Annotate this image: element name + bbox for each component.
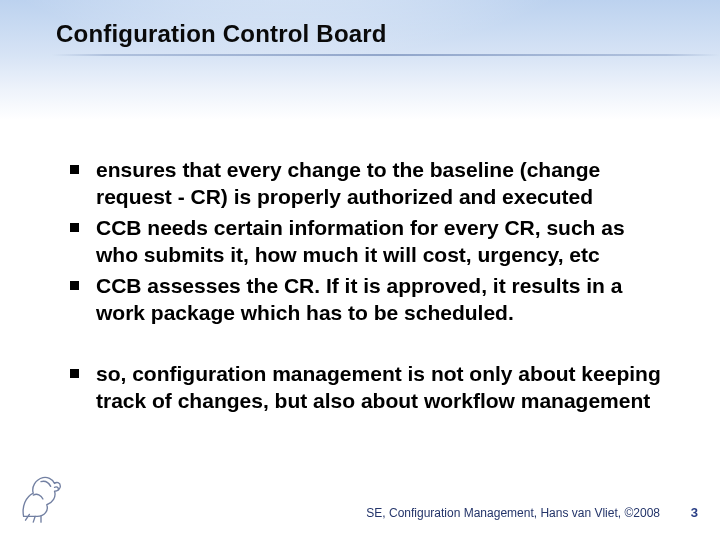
page-number: 3 <box>691 505 698 520</box>
griffin-logo-icon <box>12 468 70 526</box>
spacer <box>64 330 672 360</box>
bullet-list-primary: ensures that every change to the baselin… <box>64 156 672 326</box>
header-underline <box>52 54 720 56</box>
slide-body: ensures that every change to the baselin… <box>64 156 672 418</box>
bullet-list-secondary: so, configuration management is not only… <box>64 360 672 414</box>
list-item: CCB assesses the CR. If it is approved, … <box>64 272 672 326</box>
list-item: so, configuration management is not only… <box>64 360 672 414</box>
footer-text: SE, Configuration Management, Hans van V… <box>366 506 660 520</box>
header-background <box>0 0 720 120</box>
list-item: ensures that every change to the baselin… <box>64 156 672 210</box>
slide: Configuration Control Board ensures that… <box>0 0 720 540</box>
slide-title: Configuration Control Board <box>56 20 387 48</box>
list-item: CCB needs certain information for every … <box>64 214 672 268</box>
